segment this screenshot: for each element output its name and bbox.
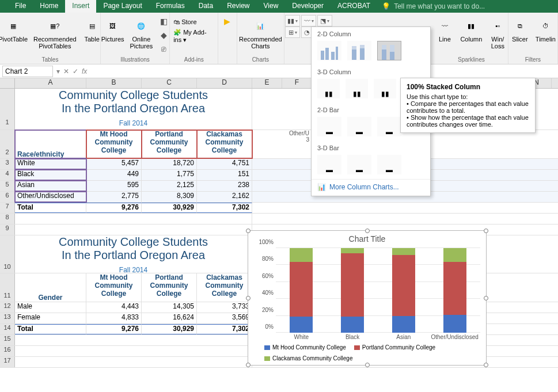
resize-handle-w[interactable] (246, 296, 250, 300)
chart-bar-segment[interactable] (443, 248, 466, 262)
cell-B14[interactable]: 9,276 (86, 324, 142, 334)
cell-D2[interactable]: Clackamas Community College (197, 130, 252, 158)
chart-plot-area[interactable]: 0%20%40%60%80%100% (276, 248, 480, 333)
cell-B11[interactable]: Mt Hood Community College (86, 273, 142, 302)
tab-review[interactable]: Review (220, 0, 256, 13)
cell-C13[interactable]: 16,624 (142, 313, 197, 324)
row-17-header[interactable]: 17 (0, 357, 15, 367)
row-14-header[interactable]: 14 (0, 324, 15, 334)
row-4-header[interactable]: 4 (0, 170, 15, 180)
cell-D14[interactable]: 7,302 (197, 324, 252, 334)
cell-C12[interactable]: 14,305 (142, 302, 197, 313)
cancel-formula-icon[interactable]: ✕ (63, 67, 69, 75)
cell-A13[interactable]: Female (15, 313, 86, 324)
chart-bar-segment[interactable] (290, 248, 313, 262)
cell-A6[interactable]: Other/Undisclosed (15, 192, 86, 202)
3d-100-stacked-column-option[interactable]: ▮▮ (374, 79, 396, 98)
cell-D12[interactable]: 3,733 (197, 302, 252, 313)
row-16-header[interactable]: 16 (0, 346, 15, 356)
cell-B13[interactable]: 4,833 (86, 313, 142, 324)
row-11-header[interactable]: 11 (0, 273, 15, 302)
cell-B3[interactable]: 5,457 (86, 159, 142, 169)
col-B[interactable]: B (86, 78, 142, 88)
chart-bar-segment[interactable] (341, 317, 364, 333)
tab-insert[interactable]: Insert (65, 0, 96, 13)
timeline-button[interactable]: ⏱Timelin (534, 15, 557, 44)
myaddins-button[interactable]: 🧩 My Add-ins ▾ (173, 29, 214, 44)
recommended-pivot-button[interactable]: ▦?Recommended PivotTables (32, 15, 78, 51)
stacked-column-option[interactable] (347, 41, 371, 60)
cell-A12[interactable]: Male (15, 302, 86, 313)
3d-stacked-bar-option[interactable]: ▬ (347, 155, 371, 174)
col-E[interactable]: E (252, 78, 282, 88)
tab-data[interactable]: Data (192, 0, 220, 13)
resize-handle-s[interactable] (365, 363, 370, 367)
clustered-column-option[interactable] (317, 41, 341, 60)
embedded-chart[interactable]: Chart Title 0%20%40%60%80%100% WhiteBlac… (248, 230, 487, 366)
sparkline-line-button[interactable]: 〰Line (434, 15, 455, 44)
insert-line-dropdown[interactable]: 〰▾ (301, 15, 316, 26)
row-8-header[interactable]: 8 (0, 214, 15, 224)
3d-stacked-column-option[interactable]: ▮▮ (346, 79, 368, 98)
smartart-button[interactable]: ◆ (157, 29, 170, 41)
tab-acrobat[interactable]: ACROBAT (331, 0, 377, 13)
cell-A11[interactable]: Gender (15, 273, 86, 302)
cell-A4[interactable]: Black (15, 170, 86, 180)
resize-handle-sw[interactable] (246, 363, 250, 367)
tab-pagelayout[interactable]: Page Layout (96, 0, 149, 13)
screenshot-button[interactable]: ⎚ (157, 43, 170, 55)
stacked-bar-option[interactable]: ▬ (347, 117, 371, 136)
cell-C7[interactable]: 30,929 (142, 203, 197, 213)
cell-C14[interactable]: 30,929 (142, 324, 197, 334)
cell-B5[interactable]: 595 (86, 181, 142, 191)
bing-button[interactable]: ▶ (221, 15, 234, 28)
cell-D7[interactable]: 7,302 (197, 203, 252, 213)
tab-home[interactable]: Home (33, 0, 65, 13)
online-pictures-button[interactable]: 🌐Online Pictures (129, 15, 154, 51)
cell-C5[interactable]: 2,125 (142, 181, 197, 191)
row-10-header[interactable]: 10 (0, 235, 15, 273)
chart-bar-segment[interactable] (392, 316, 415, 333)
3d-clustered-bar-option[interactable]: ▬ (317, 155, 341, 174)
resize-handle-nw[interactable] (246, 229, 250, 233)
cell-A5[interactable]: Asian (15, 181, 86, 191)
cell-C6[interactable]: 8,309 (142, 192, 197, 202)
tab-view[interactable]: View (257, 0, 286, 13)
shapes-button[interactable]: ◧ (157, 15, 170, 28)
confirm-formula-icon[interactable]: ✓ (73, 67, 78, 75)
resize-handle-e[interactable] (484, 296, 488, 300)
cell-A14[interactable]: Total (15, 324, 86, 334)
resize-handle-se[interactable] (484, 363, 488, 367)
cell-A3[interactable]: White (15, 159, 86, 169)
insert-stat-dropdown[interactable]: ⊞▾ (285, 26, 300, 38)
cell-B2[interactable]: Mt Hood Community College (86, 130, 142, 158)
name-box[interactable] (2, 66, 53, 77)
cell-B6[interactable]: 2,775 (86, 192, 142, 202)
row-6-header[interactable]: 6 (0, 192, 15, 202)
slicer-button[interactable]: ⧉Slicer (509, 15, 531, 44)
row-12-header[interactable]: 12 (0, 302, 15, 313)
table2-title[interactable]: Community College Students In the Portla… (15, 235, 252, 273)
tab-file[interactable]: File (8, 0, 33, 13)
row-13-header[interactable]: 13 (0, 313, 15, 324)
store-button[interactable]: 🛍 Store (173, 18, 196, 25)
chart-bar-segment[interactable] (341, 248, 364, 253)
sparkline-column-button[interactable]: ▮▮Column (459, 15, 483, 44)
insert-hierarchy-dropdown[interactable]: ⬔▾ (317, 15, 332, 26)
cell-B12[interactable]: 4,443 (86, 302, 142, 313)
clustered-bar-option[interactable]: ▬ (317, 117, 341, 136)
tellme-search[interactable]: 💡 Tell me what you want to do... (377, 0, 489, 13)
col-A[interactable]: A (15, 78, 86, 88)
cell-A7[interactable]: Total (15, 203, 86, 213)
row-5-header[interactable]: 5 (0, 181, 15, 191)
chart-bar-segment[interactable] (443, 315, 466, 333)
cell-D13[interactable]: 3,569 (197, 313, 252, 324)
chart-bar-segment[interactable] (341, 253, 364, 317)
namebox-dropdown-icon[interactable]: ▾ (56, 67, 60, 75)
cell-D4[interactable]: 151 (197, 170, 252, 180)
resize-handle-n[interactable] (365, 229, 370, 233)
chart-bar-segment[interactable] (392, 248, 415, 255)
cell-B7[interactable]: 9,276 (86, 203, 142, 213)
cell-D6[interactable]: 2,162 (197, 192, 252, 202)
insert-column-dropdown[interactable]: ▮▮▾ (285, 15, 300, 26)
